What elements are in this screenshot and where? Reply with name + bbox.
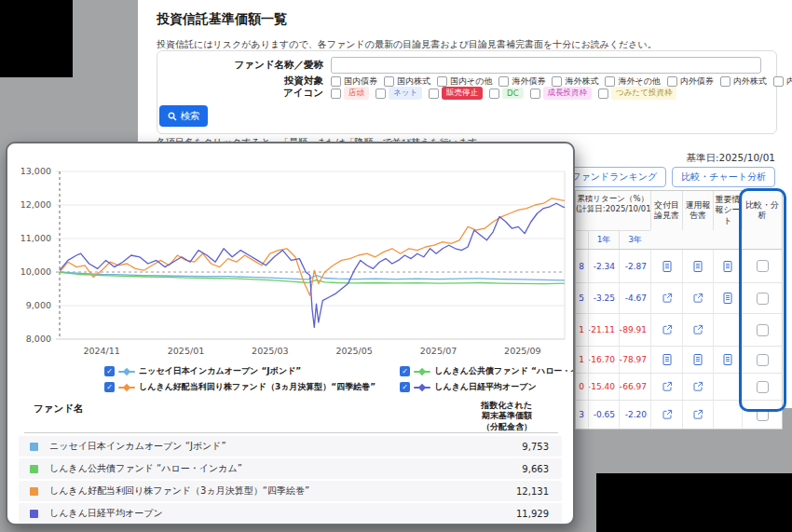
column-header-info-sheet[interactable]: 重要情報シート [713, 191, 742, 230]
checkbox-unchecked[interactable] [331, 76, 341, 87]
report-document-icon[interactable] [682, 283, 713, 313]
fund-row[interactable]: しんきん好配当利回り株ファンド（3ヵ月決算型）“四季絵巻”12,131 [19, 481, 562, 501]
icon-filter-option[interactable]: 成長投資枠 [530, 87, 593, 100]
checkbox-unchecked[interactable] [489, 89, 499, 99]
invest-target-option[interactable]: 国内株式 [384, 75, 430, 88]
invest-target-option[interactable]: 内外その他 [773, 75, 792, 88]
icon-filter-option[interactable]: 販売停止 [429, 87, 483, 100]
checkbox-unchecked[interactable] [598, 89, 608, 99]
prospectus-document-icon[interactable] [650, 250, 682, 282]
checkbox-checked[interactable]: ✓ [104, 366, 115, 376]
legend-item[interactable]: ✓しんきん公共債ファンド “ハロー・インカム” [400, 365, 575, 377]
search-button-label: 検索 [181, 110, 200, 123]
fund-row[interactable]: しんきん日経平均オープン11,929 [19, 503, 562, 524]
checkbox-unchecked[interactable] [605, 76, 615, 87]
icon-filter-option[interactable]: つみたて投資枠 [598, 87, 676, 100]
invest-target-option[interactable]: 海外債券 [498, 75, 545, 88]
fund-name: しんきん日経平均オープン [49, 507, 163, 520]
partial-return-value: 5 [576, 283, 588, 313]
checkbox-unchecked[interactable] [530, 89, 540, 99]
compare-checkbox[interactable] [757, 354, 769, 366]
compare-checkbox[interactable] [757, 260, 769, 272]
column-header-3year[interactable]: 3年 [619, 231, 650, 249]
prospectus-document-icon[interactable] [650, 283, 682, 313]
icon-badge: ネット [389, 87, 422, 100]
action-button[interactable]: ファンドランキング [562, 167, 666, 187]
icon-filter-option[interactable]: 店頭 [331, 87, 369, 100]
fund-table-rows: ニッセイ日本インカムオープン “Jボンド”9,753しんきん公共債ファンド “ハ… [19, 436, 562, 525]
x-axis-tick: 2025/05 [335, 346, 372, 356]
return-3year-value[interactable]: +66.97 [619, 374, 650, 400]
checkbox-unchecked[interactable] [437, 76, 447, 87]
checkbox-unchecked[interactable] [331, 89, 341, 99]
report-document-icon[interactable] [682, 347, 713, 373]
checkbox-checked[interactable]: ✓ [400, 382, 410, 392]
legend-label: ニッセイ日本インカムオープン “Jボンド” [139, 365, 301, 377]
legend-label: しんきん好配当利回り株ファンド（3ヵ月決算型）“四季絵巻” [139, 381, 376, 393]
report-document-icon[interactable] [682, 401, 713, 429]
search-button[interactable]: 検索 [159, 105, 208, 127]
fund-row[interactable]: しんきん公共債ファンド “ハロー・インカム”9,663 [19, 458, 562, 479]
checkbox-unchecked[interactable] [773, 76, 784, 87]
prospectus-document-icon[interactable] [650, 347, 682, 373]
checkbox-unchecked[interactable] [667, 76, 677, 87]
invest-target-option[interactable]: 内外債券 [667, 75, 714, 88]
return-1year-value[interactable]: +16.70 [588, 347, 619, 373]
column-header-1year[interactable]: 1年 [588, 231, 619, 249]
return-1year-value[interactable]: +15.40 [588, 374, 619, 400]
legend-item[interactable]: ✓ニッセイ日本インカムオープン “Jボンド” [104, 365, 376, 377]
icon-badge: DC [502, 88, 523, 99]
invest-target-option[interactable]: 海外その他 [605, 75, 660, 88]
checkbox-unchecked[interactable] [720, 76, 731, 87]
compare-cell [742, 347, 782, 373]
compare-checkbox[interactable] [757, 293, 769, 305]
invest-target-option[interactable]: 国内債券 [331, 75, 377, 88]
info-sheet-document-icon[interactable] [713, 250, 742, 282]
column-header-prospectus[interactable]: 交付目論見書 [650, 191, 682, 230]
partial-return-value: 0 [576, 374, 588, 400]
cumulative-return-header[interactable]: 累積リターン（%） (計算日:2025/10/01) [576, 191, 650, 230]
column-header-compare[interactable]: 比較・分析 [742, 191, 782, 230]
info-sheet-document-icon[interactable] [713, 347, 742, 373]
checkbox-unchecked[interactable] [552, 76, 562, 87]
invest-target-option[interactable]: 内外株式 [720, 75, 767, 88]
checkbox-unchecked[interactable] [498, 76, 509, 87]
return-3year-value[interactable]: -4.67 [619, 283, 650, 313]
checkbox-checked[interactable]: ✓ [104, 382, 115, 392]
checkbox-unchecked[interactable] [384, 76, 394, 87]
compare-checkbox[interactable] [757, 381, 769, 393]
return-3year-value[interactable]: -2.87 [619, 250, 650, 282]
fund-name-input[interactable] [331, 57, 761, 74]
report-document-icon[interactable] [682, 250, 713, 282]
icon-filter-option[interactable]: DC [489, 88, 523, 99]
info-sheet-document-icon[interactable] [713, 283, 742, 313]
prospectus-document-icon[interactable] [650, 314, 682, 346]
legend-item[interactable]: ✓しんきん好配当利回り株ファンド（3ヵ月決算型）“四季絵巻” [104, 381, 376, 393]
return-1year-value[interactable]: +21.11 [588, 314, 619, 346]
return-1year-value[interactable]: -2.34 [588, 250, 619, 282]
partial-return-value: 1 [576, 347, 588, 373]
compare-checkbox[interactable] [757, 324, 769, 336]
checkbox-unchecked[interactable] [429, 89, 439, 99]
checkbox-unchecked[interactable] [376, 89, 386, 99]
return-3year-value[interactable]: -2.20 [619, 401, 650, 429]
fund-row[interactable]: ニッセイ日本インカムオープン “Jボンド”9,753 [19, 436, 562, 457]
x-axis-tick: 2025/03 [252, 346, 288, 356]
return-3year-value[interactable]: +78.97 [619, 347, 650, 373]
prospectus-document-icon[interactable] [650, 374, 682, 400]
return-1year-value[interactable]: -3.25 [588, 283, 619, 313]
legend-item[interactable]: ✓しんきん日経平均オープン [400, 381, 575, 393]
checkbox-checked[interactable]: ✓ [400, 366, 410, 376]
return-3year-value[interactable]: +89.91 [619, 314, 650, 346]
icon-filter-option[interactable]: ネット [376, 87, 422, 100]
report-document-icon[interactable] [682, 314, 713, 346]
invest-target-option[interactable]: 国内その他 [437, 75, 492, 88]
fund-value: 12,131 [516, 486, 549, 497]
action-button[interactable]: 比較・チャート分析 [672, 167, 775, 187]
column-header-report[interactable]: 運用報告書 [682, 191, 713, 230]
invest-target-option[interactable]: 海外株式 [552, 75, 598, 88]
report-document-icon[interactable] [682, 374, 713, 400]
compare-checkbox[interactable] [757, 409, 769, 421]
return-1year-value[interactable]: -0.65 [588, 401, 619, 429]
prospectus-document-icon[interactable] [650, 401, 682, 429]
